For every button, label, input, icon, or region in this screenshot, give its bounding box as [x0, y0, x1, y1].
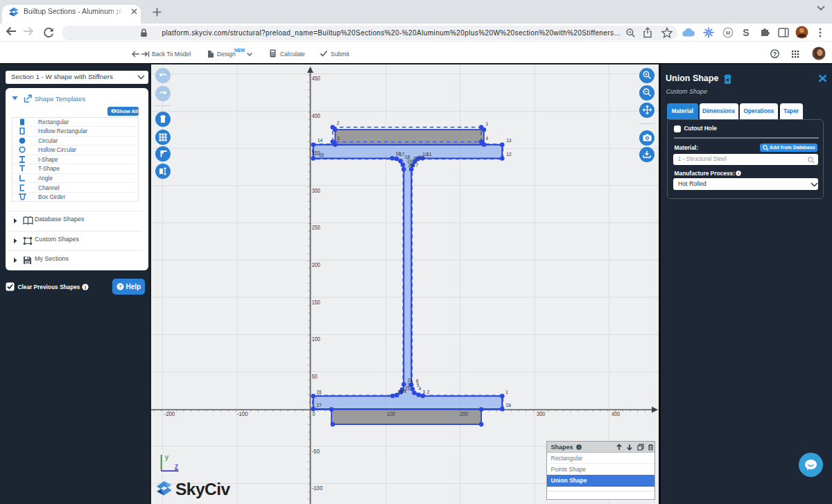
svg-text:25: 25: [397, 389, 403, 395]
svg-text:9: 9: [419, 154, 422, 160]
svg-text:i: i: [84, 284, 85, 290]
svg-text:12: 12: [506, 151, 512, 157]
svg-text:3: 3: [337, 135, 340, 141]
svg-text:SkyCiv: SkyCiv: [175, 480, 231, 498]
svg-text:300: 300: [312, 187, 320, 194]
svg-text:1: 1: [505, 389, 508, 395]
svg-text:M: M: [726, 30, 731, 36]
svg-text:300: 300: [537, 410, 545, 417]
svg-text:26: 26: [317, 389, 322, 395]
svg-text:?: ?: [773, 51, 777, 58]
svg-text:2: 2: [427, 389, 430, 395]
svg-text:27: 27: [317, 402, 322, 408]
svg-text:400: 400: [312, 112, 320, 119]
svg-text:100: 100: [312, 336, 320, 342]
svg-text:50: 50: [312, 373, 318, 380]
svg-text:1: 1: [485, 121, 488, 127]
svg-text:S: S: [743, 27, 749, 38]
svg-text:13: 13: [506, 137, 512, 144]
svg-text:-200: -200: [164, 410, 175, 417]
svg-text:100: 100: [387, 410, 395, 417]
svg-text:11: 11: [426, 151, 432, 157]
svg-text:15: 15: [319, 152, 324, 158]
svg-text:3: 3: [423, 389, 426, 395]
svg-text:4: 4: [485, 135, 488, 141]
svg-text:-50: -50: [312, 448, 320, 455]
svg-text:200: 200: [460, 410, 468, 417]
svg-text:?: ?: [119, 284, 122, 290]
svg-text:14: 14: [318, 137, 323, 144]
svg-text:250: 250: [312, 224, 320, 231]
svg-text:2: 2: [337, 120, 340, 126]
svg-text:7: 7: [416, 162, 419, 168]
svg-text:28: 28: [506, 402, 512, 408]
svg-text:8: 8: [414, 155, 417, 162]
svg-text:150: 150: [312, 299, 320, 306]
svg-text:y: y: [165, 453, 168, 461]
svg-text:z: z: [175, 462, 178, 470]
svg-text:450: 450: [312, 75, 320, 82]
svg-text:4: 4: [419, 385, 422, 392]
svg-text:200: 200: [312, 261, 320, 268]
svg-text:17: 17: [399, 151, 405, 157]
svg-text:0: 0: [312, 410, 315, 417]
svg-text:-100: -100: [237, 410, 248, 417]
svg-text:20: 20: [408, 162, 414, 168]
svg-text:-100: -100: [312, 485, 323, 492]
svg-text:400: 400: [612, 410, 620, 417]
